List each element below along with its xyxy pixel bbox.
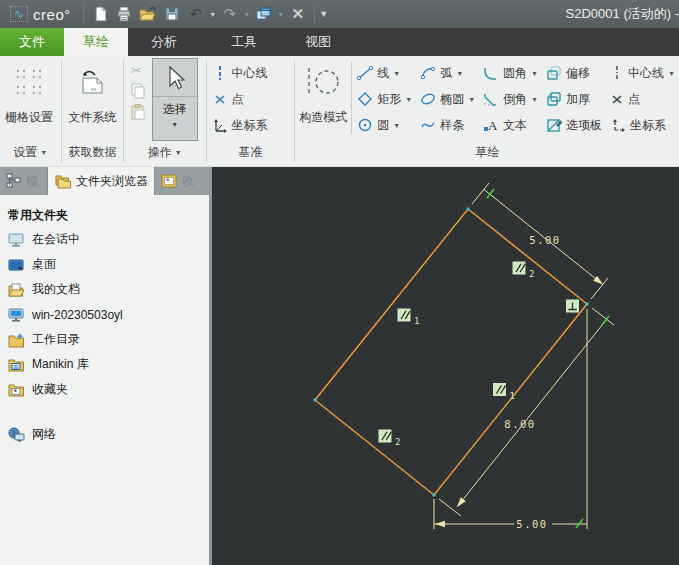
ribbon-tabbar: 文件 草绘 分析 工具 视图 (0, 28, 679, 56)
sketch-col-1: 线▼ 矩形▼ 圆▼ (353, 58, 416, 138)
folder-tree: 常用文件夹 在会话中 桌面 我的文档 win-20230503oyl 工作目录 (0, 195, 209, 565)
fillet-icon (483, 65, 499, 81)
offset-icon (546, 65, 562, 81)
open-button[interactable] (137, 3, 159, 25)
file-system-button[interactable]: 文件系统 (63, 58, 121, 126)
sketch-vertices[interactable] (314, 208, 589, 497)
spline-icon (420, 117, 436, 133)
thicken-button[interactable]: 加厚 (542, 86, 606, 112)
toolbar-chevron-icon[interactable]: ▼ (319, 9, 329, 19)
construction-mode-icon (305, 61, 341, 103)
windows-dropdown-icon: ▼ (276, 11, 286, 18)
tab-view[interactable]: 视图 (286, 28, 350, 56)
datum-csys-button[interactable]: 坐标系 (208, 112, 294, 138)
windows-icon (254, 5, 273, 23)
tree-item-computer[interactable]: win-20230503oyl (8, 302, 209, 327)
ellipse-button[interactable]: 椭圆▼ (416, 86, 479, 112)
dimension-top[interactable]: 5.00 (529, 234, 560, 246)
circle-icon (357, 117, 373, 133)
undo-button[interactable]: ↶ (185, 3, 207, 25)
sketch-csys-button[interactable]: 坐标系 (606, 112, 679, 138)
dropdown-icon[interactable]: ▼ (405, 96, 412, 103)
sketch-centerline-button[interactable]: 中心线▼ (606, 60, 679, 86)
undo-dropdown-icon[interactable]: ▼ (208, 11, 218, 18)
tree-item-working-directory[interactable]: 工作目录 (8, 327, 209, 352)
group-separator (206, 60, 207, 162)
dropdown-icon[interactable]: ▼ (171, 121, 178, 128)
grid-settings-button[interactable]: 栅格设置 (0, 58, 58, 126)
offset-button[interactable]: 偏移 (542, 60, 606, 86)
construction-mode-button[interactable]: 构造模式 (296, 58, 350, 126)
tab-file[interactable]: 文件 (0, 28, 64, 56)
save-button[interactable] (161, 3, 183, 25)
redo-button[interactable]: ↷ (219, 3, 241, 25)
datum-point-button[interactable]: 点 (208, 86, 294, 112)
spline-button[interactable]: 样条 (416, 112, 479, 138)
dropdown-icon[interactable]: ▼ (531, 70, 538, 77)
constraint-parallel-1b[interactable]: 1 (493, 383, 515, 401)
dimension-right[interactable]: 8.00 (504, 418, 535, 430)
grid-icon (14, 61, 44, 103)
datum-group-label: 基准 (208, 140, 294, 164)
tree-item-desktop[interactable]: 桌面 (8, 252, 209, 277)
tab-tools[interactable]: 工具 (212, 28, 276, 56)
working-directory-icon (8, 332, 25, 348)
tree-item-favorites[interactable]: * 收藏夹 (8, 377, 209, 402)
tab-sketch[interactable]: 草绘 (64, 28, 128, 56)
constraint-perpendicular[interactable] (566, 300, 579, 313)
tab-folder-browser[interactable]: 文件夹浏览器 (48, 167, 155, 195)
dropdown-icon[interactable]: ▼ (393, 70, 400, 77)
dimension-bottom[interactable]: 5.00 (516, 518, 547, 530)
tab-model-tree[interactable]: 模 (0, 167, 48, 195)
library-folder-icon (8, 357, 25, 373)
sketch-point-button[interactable]: 点 (606, 86, 679, 112)
favorites-star-icon: * (161, 173, 177, 189)
creo-wave-icon: ∿ (10, 6, 28, 22)
constraint-parallel-2b[interactable]: 2 (379, 430, 401, 448)
new-file-button[interactable] (89, 3, 111, 25)
text-button[interactable]: A 文本 (479, 112, 542, 138)
sketch-rectangle[interactable] (315, 209, 587, 495)
settings-group-label[interactable]: 设置▼ (0, 140, 60, 164)
graphics-area[interactable]: 5.00 8.00 5.00 1 2 1 (212, 167, 679, 565)
rectangle-button[interactable]: 矩形▼ (353, 86, 416, 112)
dropdown-icon[interactable]: ▼ (468, 96, 475, 103)
tree-item-network[interactable]: 网络 (8, 422, 209, 447)
datum-centerline-button[interactable]: 中心线 (208, 60, 294, 86)
tab-favorites[interactable]: * 收 (155, 167, 209, 195)
model-tree-icon (6, 173, 21, 189)
paste-icon (131, 104, 146, 120)
tab-analysis[interactable]: 分析 (132, 28, 196, 56)
windows-button[interactable] (253, 3, 275, 25)
window-title: S2D0001 (活动的) - (566, 0, 679, 28)
print-button[interactable] (113, 3, 135, 25)
line-button[interactable]: 线▼ (353, 60, 416, 86)
fillet-button[interactable]: 圆角▼ (479, 60, 542, 86)
tree-item-manikin-library[interactable]: Manikin 库 (8, 352, 209, 377)
tree-item-in-session[interactable]: 在会话中 (8, 227, 209, 252)
sketch-col-3: 圆角▼ 倒角▼ A 文本 (479, 58, 542, 138)
copy-icon (131, 83, 146, 99)
circle-button[interactable]: 圆▼ (353, 112, 416, 138)
dropdown-icon[interactable]: ▼ (393, 122, 400, 129)
file-system-label: 文件系统 (68, 109, 116, 126)
navigator-panel: 模 文件夹浏览器 * 收 常用文件夹 在会话中 桌面 我的 (0, 167, 212, 565)
documents-folder-icon (8, 282, 25, 298)
select-button[interactable]: 选择 ▼ (152, 58, 198, 141)
cursor-arrow-icon (153, 59, 197, 97)
close-window-button[interactable]: ✕ (287, 3, 309, 25)
grid-settings-label: 栅格设置 (5, 109, 53, 126)
dropdown-icon[interactable]: ▼ (456, 70, 463, 77)
group-datum: 中心线 点 坐标系 基准 (208, 56, 294, 166)
arc-button[interactable]: 弧▼ (416, 60, 479, 86)
operations-group-label[interactable]: 操作▼ (125, 140, 205, 164)
dropdown-icon[interactable]: ▼ (668, 70, 675, 77)
dropdown-icon[interactable]: ▼ (531, 96, 538, 103)
chamfer-button[interactable]: 倒角▼ (479, 86, 542, 112)
palette-button[interactable]: 选项板 (542, 112, 606, 138)
thicken-icon (546, 91, 562, 107)
dimension-lines (434, 183, 614, 529)
constraint-parallel-1a[interactable]: 1 (398, 309, 420, 327)
constraint-parallel-2a[interactable]: 2 (513, 262, 535, 280)
tree-item-my-documents[interactable]: 我的文档 (8, 277, 209, 302)
